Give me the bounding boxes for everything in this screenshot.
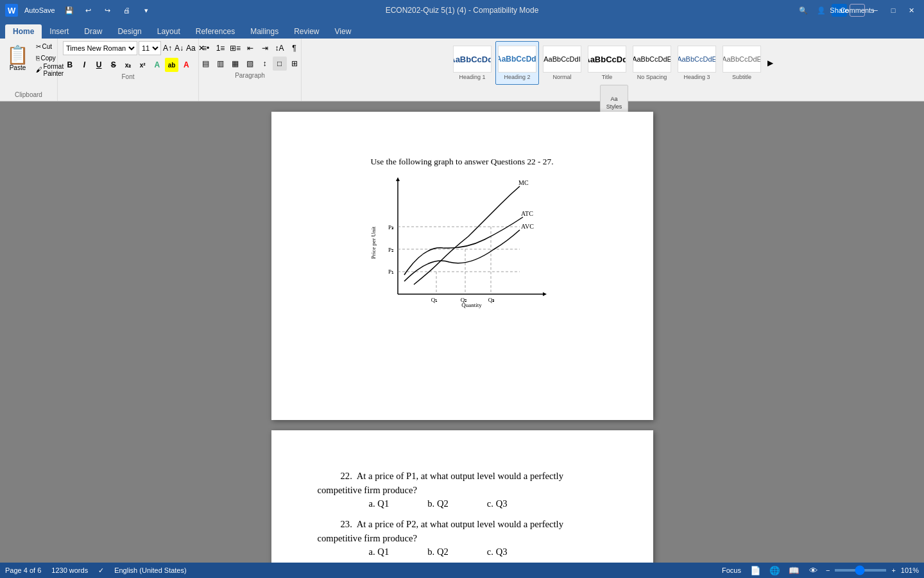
tab-draw[interactable]: Draw — [76, 24, 110, 39]
style-heading3[interactable]: AaBbCcDdE Heading 3 — [675, 41, 719, 85]
question-22: 22. At a price of P1, at what output lev… — [318, 469, 607, 509]
font-family-select[interactable]: Times New Roman — [63, 41, 137, 55]
change-case-button[interactable]: Aa — [185, 41, 196, 55]
tab-insert[interactable]: Insert — [42, 24, 76, 39]
format-painter-button[interactable]: 🖌 Format Painter — [33, 64, 54, 75]
align-right-button[interactable]: ▦ — [228, 57, 243, 71]
paragraph-group: ≡• 1≡ ⊞≡ ⇤ ⇥ ↕A ¶ ▤ ▥ ▦ ▧ ↕ □ ⊞ Paragrap… — [199, 39, 302, 101]
style-no-spacing-label: No Spacing — [637, 74, 667, 80]
superscript-button[interactable]: x² — [135, 58, 150, 72]
svg-text:MC: MC — [518, 179, 529, 186]
tab-references[interactable]: References — [188, 24, 243, 39]
style-heading1-preview: AaBbCcDdI — [453, 46, 492, 73]
show-formatting-button[interactable]: ¶ — [287, 41, 302, 55]
immersive-reader-button[interactable]: 👁 — [807, 565, 821, 576]
status-right: Focus 📄 🌐 📖 👁 − + 101% — [719, 565, 919, 576]
align-center-button[interactable]: ▥ — [214, 57, 228, 71]
shading-button[interactable]: □ — [273, 57, 287, 71]
align-left-button[interactable]: ▤ — [199, 57, 213, 71]
comments-button[interactable]: Comments — [850, 4, 865, 17]
web-layout-button[interactable]: 🌐 — [768, 565, 782, 576]
font-size-select[interactable]: 11 — [139, 41, 161, 55]
style-heading2-label: Heading 2 — [504, 74, 530, 80]
tab-mailings[interactable]: Mailings — [243, 24, 286, 39]
style-heading2[interactable]: AaBbCcDdI Heading 2 — [495, 41, 539, 85]
cut-button[interactable]: ✂ Cut — [33, 41, 54, 52]
read-mode-button[interactable]: 📖 — [787, 565, 801, 576]
increase-indent-button[interactable]: ⇥ — [258, 41, 272, 55]
svg-marker-4 — [396, 177, 400, 181]
q23-answer-a: a. Q1 — [369, 547, 389, 557]
economics-graph: Price per Unit Quantity — [366, 172, 558, 313]
q22-answer-b: b. Q2 — [427, 498, 449, 509]
shrink-font-button[interactable]: A↓ — [174, 41, 184, 55]
focus-button[interactable]: Focus — [719, 566, 744, 574]
title-bar-right: 🔍 👤 Share Comments ─ □ ✕ — [690, 4, 919, 17]
font-color-button[interactable]: A — [179, 58, 193, 72]
question-22-text: 22. At a price of P1, at what output lev… — [318, 469, 607, 497]
close-button[interactable]: ✕ — [903, 4, 919, 17]
print-layout-button[interactable]: 📄 — [749, 565, 763, 576]
save-button[interactable]: 💾 — [62, 4, 77, 17]
tab-design[interactable]: Design — [110, 24, 149, 39]
style-no-spacing[interactable]: AaBbCcDdE No Spacing — [630, 41, 674, 85]
zoom-slider[interactable] — [835, 569, 886, 572]
svg-marker-5 — [543, 292, 547, 296]
text-effects-button[interactable]: A — [150, 58, 164, 72]
svg-text:Q₃: Q₃ — [488, 297, 495, 303]
paste-icon: 📋 — [6, 46, 29, 64]
styles-group: AaBbCcDdI Heading 1 AaBbCcDdI Heading 2 … — [302, 39, 924, 101]
subscript-button[interactable]: x₂ — [121, 58, 135, 72]
line-spacing-button[interactable]: ↕ — [258, 57, 272, 71]
maximize-button[interactable]: □ — [886, 4, 901, 17]
borders-button[interactable]: ⊞ — [287, 57, 302, 71]
tab-review[interactable]: Review — [286, 24, 327, 39]
tab-view[interactable]: View — [327, 24, 359, 39]
print-button[interactable]: 🖨 — [119, 4, 135, 17]
style-heading1-label: Heading 1 — [459, 74, 485, 80]
language-indicator: English (United States) — [114, 566, 187, 575]
grow-font-button[interactable]: A↑ — [162, 41, 173, 55]
q23-answer-b: b. Q2 — [427, 547, 449, 557]
svg-text:AVC: AVC — [521, 223, 534, 230]
account-button[interactable]: 👤 — [814, 4, 829, 17]
spelling-check-icon: ✓ — [98, 566, 104, 575]
style-subtitle[interactable]: AaBbCcDdE Subtitle — [720, 41, 764, 85]
search-button[interactable]: 🔍 — [796, 4, 811, 17]
bold-button[interactable]: B — [63, 58, 77, 72]
status-left: Page 4 of 6 1230 words ✓ English (United… — [5, 566, 709, 575]
style-normal[interactable]: AaBbCcDdI Normal — [540, 41, 584, 85]
multilevel-button[interactable]: ⊞≡ — [228, 41, 243, 55]
decrease-indent-button[interactable]: ⇤ — [243, 41, 257, 55]
highlight-button[interactable]: ab — [165, 58, 179, 72]
paste-button[interactable]: 📋 Paste — [4, 41, 32, 76]
tab-layout[interactable]: Layout — [150, 24, 188, 39]
bullets-button[interactable]: ≡• — [199, 41, 213, 55]
styles-pane-icon: Aa — [610, 96, 617, 102]
redo-button[interactable]: ↪ — [100, 4, 116, 17]
style-title[interactable]: AaBbCcDdI Title — [585, 41, 629, 85]
sort-button[interactable]: ↕A — [273, 41, 287, 55]
styles-gallery-arrow[interactable]: ▶ — [765, 41, 775, 85]
numbering-button[interactable]: 1≡ — [214, 41, 228, 55]
style-title-preview: AaBbCcDdI — [588, 46, 626, 73]
minimize-button[interactable]: ─ — [868, 4, 883, 17]
tab-home[interactable]: Home — [5, 24, 42, 39]
font-label: Font — [121, 73, 134, 80]
customize-button[interactable]: ▾ — [139, 4, 154, 17]
autosave-button[interactable]: AutoSave — [22, 4, 58, 17]
font-row1: Times New Roman 11 A↑ A↓ Aa ✕ — [63, 41, 193, 55]
style-heading1[interactable]: AaBbCcDdI Heading 1 — [450, 41, 494, 85]
underline-button[interactable]: U — [92, 58, 106, 72]
italic-button[interactable]: I — [78, 58, 92, 72]
align-buttons-row: ▤ ▥ ▦ ▧ ↕ □ ⊞ — [199, 57, 302, 71]
svg-text:Q₁: Q₁ — [431, 297, 438, 303]
copy-button[interactable]: ⎘ Copy — [33, 53, 54, 64]
undo-button[interactable]: ↩ — [81, 4, 96, 17]
page-indicator: Page 4 of 6 — [5, 566, 41, 575]
strikethrough-button[interactable]: S — [107, 58, 121, 72]
page-2: 22. At a price of P1, at what output lev… — [271, 430, 653, 563]
word-count: 1230 words — [51, 566, 88, 575]
justify-button[interactable]: ▧ — [243, 57, 257, 71]
svg-text:Price per Unit: Price per Unit — [370, 226, 377, 259]
